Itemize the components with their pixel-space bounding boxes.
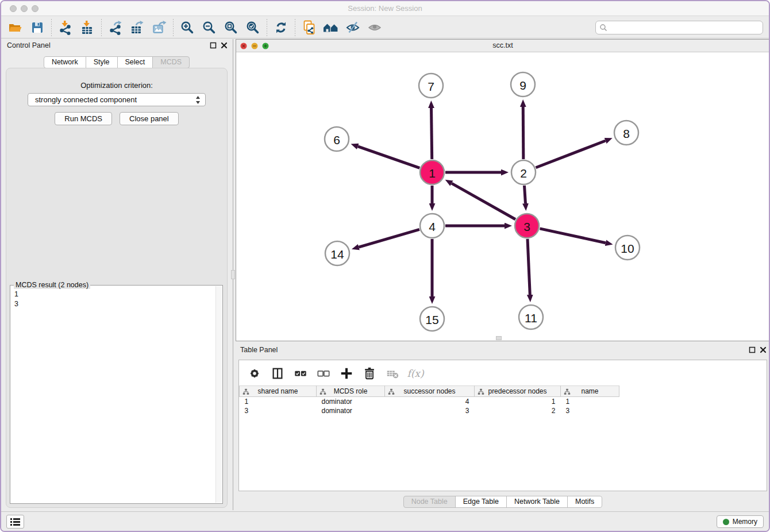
table-cell[interactable]: 4 [385,397,475,406]
zoom-selected-button[interactable] [242,18,264,37]
home-button[interactable] [320,18,342,37]
export-network-button[interactable] [105,18,126,37]
zoom-fit-button[interactable] [220,18,242,37]
deselect-all-icon [317,367,330,380]
table-row[interactable]: 1dominator411 [240,397,619,406]
import-network-button[interactable] [55,18,76,37]
show-columns-button[interactable] [270,366,285,381]
app-window: Session: New Session [0,0,770,532]
clone-network-button[interactable] [298,18,320,37]
column-header-name[interactable]: name [561,386,619,397]
node-9[interactable]: 9 [511,72,535,97]
edge-3-10[interactable] [540,229,605,243]
tab-node-table[interactable]: Node Table [403,496,456,508]
edge-2-8[interactable] [536,141,605,168]
column-header-successor-nodes[interactable]: successor nodes [385,386,475,397]
tab-mcds[interactable]: MCDS [152,56,190,68]
dropdown-stepper-icon [195,95,201,105]
node-2[interactable]: 2 [511,160,536,184]
column-header-shared-name[interactable]: shared name [240,386,317,397]
panel-splitter[interactable] [231,39,236,510]
create-column-button[interactable] [339,366,354,381]
network-window-titlebar[interactable]: scc.txt [236,40,769,52]
tab-motifs[interactable]: Motifs [567,496,602,508]
zoom-in-button[interactable] [176,18,198,37]
delete-table-button[interactable] [385,366,400,381]
export-image-icon [152,20,167,35]
svg-text:10: 10 [621,242,634,255]
edge-1-6[interactable] [358,147,419,168]
tab-network-table[interactable]: Network Table [506,496,568,508]
edge-4-14[interactable] [359,229,419,247]
table-cell[interactable]: 1 [475,397,561,406]
delete-table-icon [386,367,399,380]
select-all-button[interactable] [293,366,308,381]
table-cell[interactable]: 3 [240,406,317,415]
edge-3-1[interactable] [452,183,515,219]
tab-style[interactable]: Style [86,56,118,68]
memory-button[interactable]: Memory [717,515,764,528]
table-cell[interactable]: 3 [385,406,475,415]
delete-column-button[interactable] [362,366,377,381]
column-header-predecessor-nodes[interactable]: predecessor nodes [475,386,561,397]
node-14[interactable]: 14 [325,241,349,265]
export-table-icon [130,20,145,35]
columns-icon [271,367,284,380]
edge-3-11[interactable] [528,239,530,295]
node-15[interactable]: 15 [420,307,444,331]
table-mode-gear-button[interactable] [247,366,262,381]
function-builder-button[interactable]: f(x) [408,366,423,381]
refresh-button[interactable] [270,18,292,37]
run-mcds-button[interactable]: Run MCDS [55,112,112,125]
close-panel-icon[interactable] [221,42,228,49]
table-cell[interactable]: 2 [475,406,561,415]
save-session-button[interactable] [26,18,48,37]
export-network-icon [108,20,123,35]
node-3[interactable]: 3 [515,214,539,238]
toolbar-separator [295,19,295,36]
list-icon [10,518,20,526]
deselect-all-button[interactable] [316,366,331,381]
zoom-out-button[interactable] [198,18,220,37]
export-image-button[interactable] [148,18,170,37]
table-row[interactable]: 3dominator323 [240,406,619,415]
node-1[interactable]: 1 [420,160,444,184]
save-icon [30,20,45,35]
float-panel-icon[interactable] [210,42,217,49]
open-session-button[interactable] [5,18,26,37]
tab-network[interactable]: Network [44,56,86,68]
table-cell[interactable]: 3 [561,406,619,415]
tab-select[interactable]: Select [117,56,153,68]
column-header-MCDS-role[interactable]: MCDS role [317,386,385,397]
float-panel-icon[interactable] [749,346,756,353]
tab-edge-table[interactable]: Edge Table [455,496,507,508]
canvas-scrollbar[interactable] [496,336,502,340]
hide-selected-button[interactable] [342,18,364,37]
optimization-criterion-select[interactable]: strongly connected component [28,93,206,106]
node-4[interactable]: 4 [420,214,444,238]
task-history-button[interactable] [6,515,24,529]
node-11[interactable]: 11 [519,305,543,329]
node-8[interactable]: 8 [614,121,638,145]
table-cell[interactable]: dominator [317,406,385,415]
network-canvas[interactable]: 7968124314101511 [236,52,769,341]
search-input[interactable] [607,24,759,32]
close-panel-icon[interactable] [760,346,767,353]
close-panel-button[interactable]: Close panel [120,112,179,125]
node-6[interactable]: 6 [325,127,349,151]
table-cell[interactable]: 1 [240,397,317,406]
edge-2-3[interactable] [524,186,525,203]
edge-1-7[interactable] [432,108,432,159]
export-table-button[interactable] [126,18,148,37]
table-cell[interactable]: 1 [561,397,619,406]
node-10[interactable]: 10 [615,236,640,260]
edge-2-9[interactable] [523,107,523,159]
mcds-result-text[interactable]: 1 3 [10,288,215,503]
search-field[interactable] [595,21,763,34]
node-7[interactable]: 7 [419,74,443,98]
table-cell[interactable]: dominator [317,397,385,406]
splitter-grip[interactable] [231,270,235,279]
result-scrollbar[interactable] [215,286,222,503]
show-all-button[interactable] [364,18,386,37]
import-table-button[interactable] [76,18,98,37]
